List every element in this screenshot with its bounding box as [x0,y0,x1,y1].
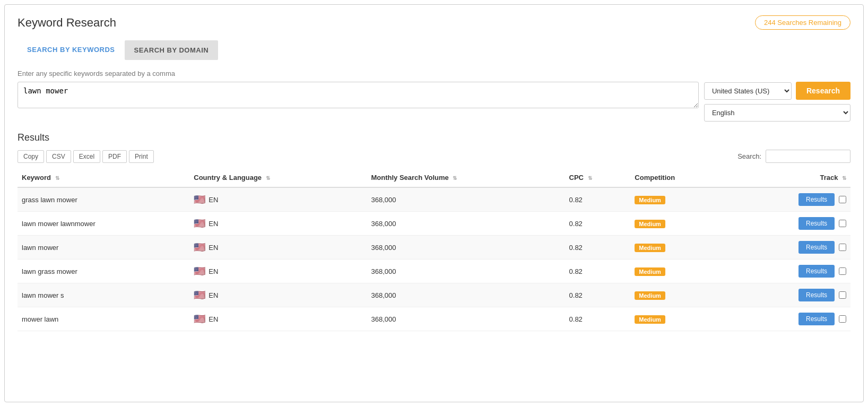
table-row: grass lawn mower 🇺🇸 EN 368,000 0.82 Medi… [18,187,850,212]
lang-code: EN [209,196,218,204]
lang-code: EN [209,315,218,323]
table-buttons: Copy CSV Excel PDF Print [18,150,154,163]
table-toolbar: Copy CSV Excel PDF Print Search: [18,150,850,163]
cell-track: Results [733,212,850,235]
cell-country-lang: 🇺🇸 EN [189,187,367,212]
keyword-input-label: Enter any specific keywords separated by… [18,70,850,77]
lang-code: EN [209,220,218,228]
sort-icon-country: ⇅ [266,175,270,181]
th-competition: Competition [630,168,732,187]
flag-icon: 🇺🇸 [194,218,205,229]
search-row: lawn mower United States (US) United Kin… [18,82,850,122]
keyword-textarea[interactable]: lawn mower [18,82,699,108]
cell-keyword: lawn mower s [18,283,189,307]
cell-country-lang: 🇺🇸 EN [189,307,367,331]
lang-code: EN [209,267,218,275]
excel-button[interactable]: Excel [73,150,100,163]
cell-competition: Medium [630,283,732,307]
competition-badge: Medium [635,291,665,300]
sort-icon-track: ⇅ [842,175,846,181]
flag-icon: 🇺🇸 [194,241,205,253]
tab-search-by-domain[interactable]: SEARCH BY DOMAIN [125,40,219,60]
cell-competition: Medium [630,236,732,260]
th-track: Track ⇅ [733,168,850,187]
cell-competition: Medium [630,187,732,212]
flag-icon: 🇺🇸 [194,265,205,277]
copy-button[interactable]: Copy [18,150,44,163]
flag-icon: 🇺🇸 [194,289,205,301]
csv-button[interactable]: CSV [46,150,71,163]
cell-volume: 368,000 [367,260,565,283]
research-button[interactable]: Research [796,82,850,100]
results-button[interactable]: Results [798,289,835,301]
results-button[interactable]: Results [798,241,835,254]
header: Keyword Research 244 Searches Remaining [18,15,850,30]
cell-country-lang: 🇺🇸 EN [189,283,367,307]
table-row: lawn grass mower 🇺🇸 EN 368,000 0.82 Medi… [18,260,850,283]
table-search-input[interactable] [766,150,850,163]
results-button[interactable]: Results [798,313,835,325]
main-container: Keyword Research 244 Searches Remaining … [4,4,864,402]
cell-track: Results [733,260,850,283]
cell-volume: 368,000 [367,212,565,236]
flag-icon: 🇺🇸 [194,313,205,325]
competition-badge: Medium [635,196,665,204]
results-button[interactable]: Results [798,193,835,206]
country-select[interactable]: United States (US) United Kingdom (UK) C… [704,82,792,100]
th-country-language: Country & Language ⇅ [189,168,367,187]
track-checkbox[interactable] [839,220,846,227]
track-checkbox[interactable] [839,291,846,299]
cell-cpc: 0.82 [565,307,631,331]
table-search-row: Search: [737,150,850,163]
cell-keyword: lawn mower lawnmower [18,212,189,236]
cell-competition: Medium [630,260,732,283]
cell-country-lang: 🇺🇸 EN [189,260,367,283]
tab-bar: SEARCH BY KEYWORDS SEARCH BY DOMAIN [18,40,850,60]
flag-icon: 🇺🇸 [194,194,205,205]
track-checkbox[interactable] [839,315,846,323]
sort-icon-cpc: ⇅ [588,175,592,181]
cell-track: Results [733,188,850,211]
track-checkbox[interactable] [839,267,846,275]
table-row: lawn mower s 🇺🇸 EN 368,000 0.82 Medium R… [18,283,850,307]
cell-volume: 368,000 [367,187,565,212]
page-title: Keyword Research [18,16,116,30]
table-row: lawn mower 🇺🇸 EN 368,000 0.82 Medium Res… [18,236,850,260]
results-button[interactable]: Results [798,265,835,278]
table-header-row: Keyword ⇅ Country & Language ⇅ Monthly S… [18,168,850,187]
competition-badge: Medium [635,315,665,324]
competition-badge: Medium [635,220,665,228]
table-row: lawn mower lawnmower 🇺🇸 EN 368,000 0.82 … [18,212,850,236]
cell-cpc: 0.82 [565,260,631,283]
cell-competition: Medium [630,307,732,331]
th-cpc: CPC ⇅ [565,168,631,187]
language-select[interactable]: English Spanish French German [704,104,850,122]
cell-cpc: 0.82 [565,283,631,307]
competition-badge: Medium [635,244,665,252]
cell-track: Results [733,236,850,259]
sort-icon-keyword: ⇅ [55,175,59,181]
sort-icon-volume: ⇅ [453,175,457,181]
cell-competition: Medium [630,212,732,236]
tab-search-by-keywords[interactable]: SEARCH BY KEYWORDS [18,40,125,60]
cell-volume: 368,000 [367,283,565,307]
track-checkbox[interactable] [839,196,846,203]
print-button[interactable]: Print [129,150,154,163]
cell-cpc: 0.82 [565,187,631,212]
cell-track: Results [733,283,850,307]
track-checkbox[interactable] [839,244,846,251]
right-controls: United States (US) United Kingdom (UK) C… [704,82,850,122]
cell-keyword: grass lawn mower [18,187,189,212]
cell-cpc: 0.82 [565,236,631,260]
pdf-button[interactable]: PDF [102,150,127,163]
searches-remaining-badge: 244 Searches Remaining [755,15,850,30]
lang-code: EN [209,244,218,252]
cell-volume: 368,000 [367,236,565,260]
cell-keyword: mower lawn [18,307,189,331]
results-button[interactable]: Results [798,217,835,230]
cell-track: Results [733,307,850,331]
table-row: mower lawn 🇺🇸 EN 368,000 0.82 Medium Res… [18,307,850,331]
cell-cpc: 0.82 [565,212,631,236]
results-title: Results [18,132,850,143]
th-monthly-search-volume: Monthly Search Volume ⇅ [367,168,565,187]
